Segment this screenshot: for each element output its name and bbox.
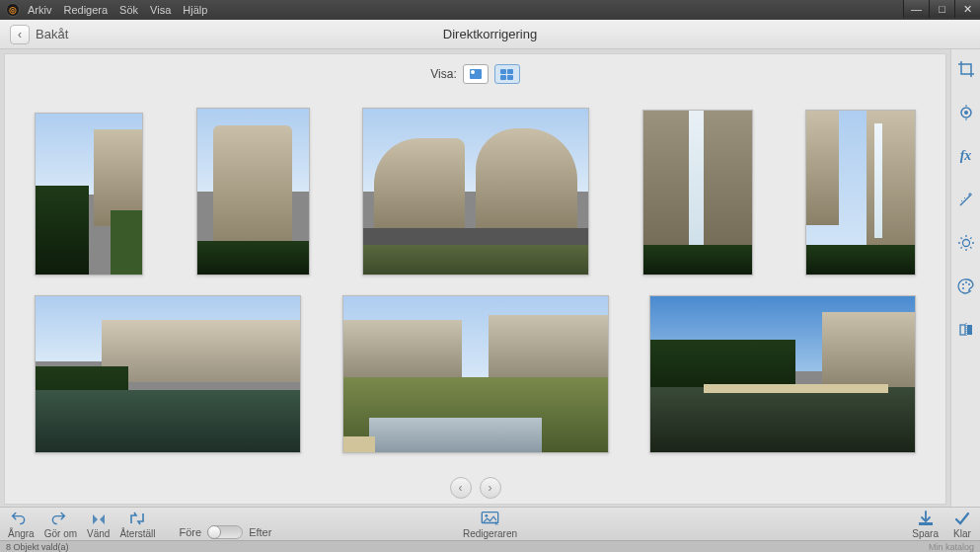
svg-point-3 bbox=[962, 283, 964, 285]
status-bar: 8 Objekt vald(a) Min katalog bbox=[0, 540, 980, 552]
menu-sok[interactable]: Sök bbox=[119, 4, 138, 16]
svg-point-4 bbox=[965, 281, 967, 283]
right-toolstrip: fx bbox=[950, 49, 980, 507]
status-catalog: Min katalog bbox=[929, 542, 974, 552]
before-label: Före bbox=[180, 526, 202, 538]
redo-icon bbox=[50, 510, 70, 527]
view-label: Visa: bbox=[430, 67, 456, 81]
menu-hjalp[interactable]: Hjälp bbox=[183, 4, 207, 16]
svg-point-6 bbox=[962, 287, 964, 289]
pager-prev[interactable]: ‹ bbox=[450, 477, 472, 499]
toggle-switch[interactable] bbox=[207, 525, 243, 539]
before-after-toggle[interactable]: Före Efter bbox=[180, 525, 272, 539]
redeye-tool[interactable] bbox=[956, 103, 976, 122]
thumbnail-4[interactable] bbox=[642, 110, 753, 276]
done-icon bbox=[952, 510, 972, 527]
svg-rect-7 bbox=[960, 325, 965, 335]
undo-button[interactable]: Ångra bbox=[8, 510, 35, 539]
flip-label: Vänd bbox=[87, 528, 110, 539]
fx-tool[interactable]: fx bbox=[956, 146, 976, 166]
editor-label: Redigeraren bbox=[463, 528, 517, 539]
save-button[interactable]: Spara bbox=[912, 510, 939, 539]
menu-visa[interactable]: Visa bbox=[150, 4, 171, 16]
app-logo: ◎ bbox=[6, 3, 20, 17]
redo-label: Gör om bbox=[44, 528, 77, 539]
view-bar: Visa: bbox=[5, 60, 945, 88]
editor-button[interactable]: Redigeraren bbox=[463, 509, 517, 539]
status-selection: 8 Objekt vald(a) bbox=[6, 542, 69, 552]
back-label: Bakåt bbox=[36, 27, 68, 41]
flip-tool[interactable] bbox=[956, 320, 976, 340]
crop-tool[interactable] bbox=[956, 59, 976, 79]
svg-point-10 bbox=[485, 514, 488, 517]
thumbnail-3[interactable] bbox=[362, 108, 589, 276]
menu-redigera[interactable]: Redigera bbox=[63, 4, 108, 16]
brightness-tool[interactable] bbox=[956, 233, 976, 253]
close-button[interactable]: ✕ bbox=[954, 0, 980, 18]
undo-label: Ångra bbox=[8, 528, 35, 539]
reset-icon bbox=[127, 510, 147, 527]
bottom-toolbar: Ångra Gör om Vänd Återställ Före Efter bbox=[0, 507, 980, 540]
svg-point-2 bbox=[962, 240, 969, 247]
minimize-button[interactable]: — bbox=[903, 0, 929, 18]
thumbnail-6[interactable] bbox=[35, 295, 301, 453]
after-label: Efter bbox=[249, 526, 271, 538]
editor-icon bbox=[480, 509, 499, 528]
pager: ‹ › bbox=[35, 477, 916, 499]
thumbnail-area: ‹ › bbox=[5, 88, 945, 499]
reset-button[interactable]: Återställ bbox=[119, 510, 155, 539]
thumbnail-8[interactable] bbox=[649, 295, 916, 453]
flip-button[interactable]: Vänd bbox=[87, 510, 110, 539]
reset-label: Återställ bbox=[119, 528, 155, 539]
undo-icon bbox=[11, 510, 31, 527]
done-label: Klar bbox=[953, 528, 971, 539]
svg-rect-11 bbox=[919, 522, 933, 525]
redo-button[interactable]: Gör om bbox=[44, 510, 77, 539]
thumbnail-7[interactable] bbox=[342, 295, 609, 453]
single-view-icon bbox=[470, 69, 482, 79]
thumbnail-1[interactable] bbox=[35, 113, 143, 276]
menu-arkiv[interactable]: Arkiv bbox=[28, 4, 51, 16]
back-button[interactable]: ‹ bbox=[10, 25, 30, 44]
color-tool[interactable] bbox=[956, 276, 976, 296]
menubar: ◎ Arkiv Redigera Sök Visa Hjälp — □ ✕ bbox=[0, 0, 980, 20]
thumbnail-5[interactable] bbox=[805, 110, 916, 276]
pager-next[interactable]: › bbox=[480, 477, 501, 499]
save-icon bbox=[916, 510, 936, 527]
maximize-button[interactable]: □ bbox=[929, 0, 954, 18]
save-label: Spara bbox=[912, 528, 939, 539]
page-title: Direktkorrigering bbox=[443, 27, 537, 41]
svg-point-1 bbox=[964, 111, 968, 115]
done-button[interactable]: Klar bbox=[952, 510, 972, 539]
thumbnail-2[interactable] bbox=[196, 108, 310, 276]
view-single-button[interactable] bbox=[463, 64, 489, 84]
wand-tool[interactable] bbox=[956, 190, 976, 209]
svg-point-5 bbox=[968, 283, 970, 285]
window-controls: — □ ✕ bbox=[903, 0, 980, 18]
header-bar: ‹ Bakåt Direktkorrigering bbox=[0, 20, 980, 49]
main-panel: Visa: bbox=[4, 53, 946, 505]
view-grid-button[interactable] bbox=[494, 64, 520, 84]
svg-rect-8 bbox=[967, 325, 972, 335]
flip-icon bbox=[89, 510, 109, 527]
grid-view-icon bbox=[500, 69, 513, 80]
